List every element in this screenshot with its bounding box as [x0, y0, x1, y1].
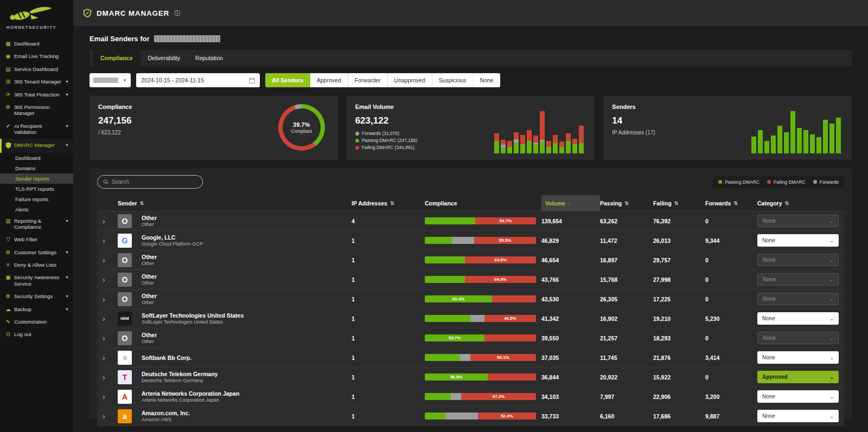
sender-name: Amazon.com, Inc. [142, 410, 347, 416]
expand-row-icon[interactable]: › [97, 392, 105, 401]
sidebar-item-web-filter[interactable]: ▽Web Filter [0, 233, 73, 246]
gear-icon: ⚙ [5, 249, 11, 255]
category-select[interactable]: None⌄ [757, 234, 839, 247]
sidebar-item-security-awareness-service[interactable]: ▣Security Awareness Service▼ [0, 271, 73, 290]
sidebar-item-365-permission-manager[interactable]: ⚙365 Permission Manager [0, 101, 73, 120]
sidebar-item-deny-allow-lists[interactable]: ≡Deny & Allow Lists [0, 259, 73, 271]
sidebar-subitem-dashboard[interactable]: Dashboard [0, 153, 73, 163]
sender-name: Deutsche Telekom Germany [142, 371, 347, 377]
col-volume[interactable]: Volume ↓ [541, 195, 600, 211]
sidebar-item-ai-recipient-validation[interactable]: ✔AI Recipient Validation▼ [0, 120, 73, 139]
email-volume-chart [494, 108, 584, 153]
checkmark-icon: ✔ [5, 123, 11, 129]
sidebar-subitem-domains[interactable]: Domains [0, 163, 73, 173]
sidebar-item-service-dashboard[interactable]: ▤Service Dashboard [0, 63, 73, 75]
sort-icon[interactable]: ⇅ [390, 201, 394, 206]
volume-bar [546, 141, 551, 153]
col-failing[interactable]: Failing ⇅ [653, 195, 705, 211]
expand-row-icon[interactable]: › [97, 256, 105, 265]
senders-bar [836, 118, 841, 153]
compliance-bar: 63.8% [425, 256, 536, 263]
sidebar-item-dmarc-manager[interactable]: DMARC Manager▼ [0, 139, 73, 153]
filter-button-forwarder[interactable]: Forwarder [348, 73, 388, 87]
sidebar-item-security-settings[interactable]: ⚙Security Settings▼ [0, 290, 73, 302]
app-root: HORNETSECURITY ▦Dashboard◉Email Live Tra… [0, 0, 868, 432]
expand-row-icon[interactable]: › [97, 275, 105, 284]
forwards-value: 9,887 [705, 413, 757, 420]
col-category[interactable]: Category ⇅ [757, 195, 844, 211]
sender-name: Arteria Networks Corporation Japan [142, 390, 347, 397]
col-forwards[interactable]: Forwards ⇅ [705, 195, 757, 211]
expand-row-icon[interactable]: › [97, 217, 105, 225]
compliance-bar-forwards [460, 354, 470, 361]
col-ip-addresses[interactable]: IP Addresses ⇅ [352, 195, 425, 211]
info-icon[interactable]: ⓘ [174, 9, 180, 17]
failing-value: 17,225 [653, 296, 705, 302]
chevron-down-icon: ⌄ [829, 375, 834, 380]
sidebar-subitem-alerts[interactable]: Alerts [0, 204, 73, 215]
sidebar-item-label: Reporting & Compliance [14, 218, 61, 230]
search-input[interactable] [112, 179, 197, 185]
category-select[interactable]: None⌄ [757, 410, 839, 422]
sort-desc-icon[interactable]: ↓ [568, 201, 571, 206]
expand-row-icon[interactable]: › [97, 236, 105, 245]
sidebar-item-reporting-compliance[interactable]: ▥Reporting & Compliance▼ [0, 215, 73, 234]
category-select[interactable]: None⌄ [757, 351, 839, 364]
sidebar-item-customer-settings[interactable]: ⚙Customer Settings▼ [0, 246, 73, 259]
expand-row-icon[interactable]: › [97, 353, 105, 362]
redacted-select-value [93, 78, 118, 83]
sort-icon[interactable]: ⇅ [733, 201, 738, 206]
compliance-bar-passing [425, 354, 460, 361]
chevron-down-icon: ▼ [65, 274, 69, 280]
volume-bar [527, 130, 532, 153]
topbar: DMARC MANAGER ⓘ [73, 0, 868, 26]
category-select[interactable]: None⌄ [757, 390, 839, 403]
sort-icon[interactable]: ⇅ [785, 201, 789, 206]
table-legend-label: Failing DMARC [774, 179, 806, 185]
failing-value: 15,922 [653, 374, 705, 381]
donut-center: 39.7% Compliant [283, 108, 321, 146]
filter-button-all-senders[interactable]: All Senders [265, 73, 310, 87]
filter-button-none[interactable]: None [474, 73, 500, 87]
senders-bar [810, 134, 815, 153]
sender-logo: ≡ [118, 351, 132, 365]
sort-icon[interactable]: ⇅ [624, 201, 629, 206]
date-range-input[interactable]: 2024-10-15 - 2024-11-15 [136, 73, 260, 87]
filter-button-approved[interactable]: Approved [310, 73, 348, 87]
expand-row-icon[interactable]: › [97, 314, 105, 323]
sidebar-item-backup[interactable]: ☁Backup▼ [0, 303, 73, 315]
tab-compliance[interactable]: Compliance [93, 50, 141, 66]
sidebar-item-365-total-protection[interactable]: ⟳365 Total Protection▼ [0, 88, 73, 101]
expand-row-icon[interactable]: › [97, 412, 105, 421]
forwards-value: 0 [705, 257, 757, 263]
sidebar-item-customization[interactable]: ✎Customization [0, 315, 73, 328]
sidebar-item-email-live-tracking[interactable]: ◉Email Live Tracking [0, 50, 73, 62]
compliance-bar-label: 56.8% [450, 375, 463, 379]
chevron-down-icon: ▼ [65, 306, 69, 312]
account-select[interactable]: ▼ [90, 73, 131, 87]
sender-logo: G [118, 234, 132, 248]
sender-subtitle: Deutsche Telekom Germany [142, 378, 347, 383]
col-sender[interactable]: Sender ⇅ [118, 195, 352, 211]
tab-deliverability[interactable]: Deliverability [141, 50, 188, 66]
failing-value: 19,210 [653, 315, 705, 322]
sidebar-subitem-failure-reports[interactable]: Failure reports [0, 194, 73, 204]
expand-row-icon[interactable]: › [97, 373, 105, 382]
sidebar-item-365-tenant-manager[interactable]: ⊞365 Tenant Manager▼ [0, 75, 73, 88]
expand-row-icon[interactable]: › [97, 295, 105, 304]
sort-icon[interactable]: ⇅ [140, 201, 144, 206]
category-select[interactable]: None⌄ [757, 312, 839, 325]
sidebar-item-log-out[interactable]: ⊙Log out [0, 328, 73, 340]
volume-value: 43,530 [541, 296, 600, 302]
tab-reputation[interactable]: Reputation [188, 50, 231, 66]
sidebar-item-dashboard[interactable]: ▦Dashboard [0, 37, 73, 50]
col-passing[interactable]: Passing ⇅ [600, 195, 653, 211]
category-select[interactable]: Approved⌄ [757, 371, 839, 383]
sidebar-subitem-sender-reports[interactable]: Sender reports [0, 173, 73, 184]
filter-button-unapproved[interactable]: Unapproved [388, 73, 432, 87]
filter-button-suspicious[interactable]: Suspicious [432, 73, 474, 87]
sort-icon[interactable]: ⇅ [674, 201, 679, 206]
sidebar-subitem-tls-rpt-reports[interactable]: TLS-RPT reports [0, 184, 73, 194]
expand-row-icon[interactable]: › [97, 334, 105, 343]
calendar-icon [249, 78, 255, 83]
